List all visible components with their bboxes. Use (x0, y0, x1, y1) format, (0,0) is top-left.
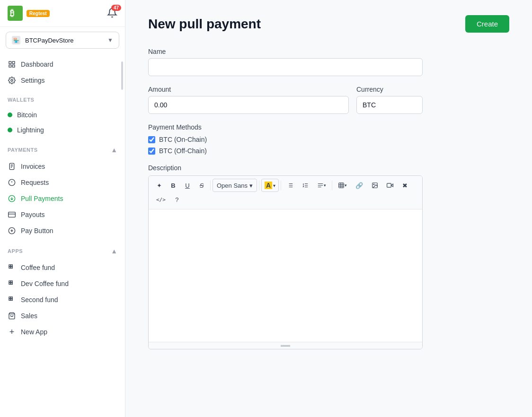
svg-rect-32 (11, 299, 12, 300)
help-btn[interactable]: ? (170, 193, 184, 206)
main-nav: Dashboard Settings (0, 53, 125, 91)
sidebar-item-pay-button[interactable]: Pay Button (0, 223, 125, 239)
currency-input[interactable] (356, 96, 423, 114)
toolbar-separator-4 (332, 181, 332, 190)
svg-rect-54 (387, 183, 391, 187)
svg-rect-25 (9, 281, 10, 282)
sales-label: Sales (21, 312, 37, 320)
list-unordered-btn[interactable] (283, 179, 297, 192)
btc-offchain-option[interactable]: BTC (Off-Chain) (148, 147, 509, 155)
sidebar-item-settings[interactable]: Settings (0, 72, 125, 88)
svg-point-52 (373, 184, 374, 185)
link-btn[interactable]: 🔗 (352, 179, 367, 192)
sidebar-item-new-app[interactable]: + New App (0, 324, 125, 340)
create-button[interactable]: Create (465, 15, 509, 33)
sidebar-item-invoices[interactable]: Invoices (0, 158, 125, 174)
plus-icon: + (8, 328, 16, 336)
bold-toolbar-btn[interactable]: B (167, 179, 180, 192)
notifications-button[interactable]: 47 (107, 8, 117, 19)
sidebar-item-dashboard[interactable]: Dashboard (0, 56, 125, 72)
text-color-btn[interactable]: A ▾ (261, 179, 279, 192)
sidebar-item-payouts[interactable]: Payouts (0, 207, 125, 223)
sidebar-item-lightning[interactable]: Lightning (0, 122, 125, 138)
regtest-badge: Regtest (27, 10, 50, 17)
sidebar-item-requests[interactable]: Requests (0, 174, 125, 191)
magic-toolbar-btn[interactable]: ✦ (152, 179, 166, 192)
name-label: Name (148, 48, 509, 55)
sidebar-item-coffee-fund[interactable]: Coffee fund (0, 260, 125, 276)
strikethrough-toolbar-btn[interactable]: S (195, 179, 208, 192)
payment-methods-label: Payment Methods (148, 123, 509, 131)
name-input[interactable] (148, 58, 423, 76)
svg-rect-28 (11, 283, 12, 284)
apps-toggle[interactable]: ▲ (111, 247, 117, 255)
pull-payments-icon (8, 194, 16, 203)
sales-icon (8, 312, 16, 320)
grid-icon (8, 60, 16, 69)
payouts-label: Payouts (21, 211, 45, 218)
image-btn[interactable] (368, 179, 382, 192)
invoices-label: Invoices (21, 163, 45, 170)
payment-methods-group: Payment Methods BTC (On-Chain) BTC (Off-… (148, 123, 509, 155)
bitcoin-label: Bitcoin (17, 111, 37, 119)
toolbar-separator-1 (210, 181, 211, 190)
currency-label: Currency (356, 86, 423, 93)
underline-toolbar-btn[interactable]: U (181, 179, 194, 192)
editor-toolbar: ✦ B U S Open Sans ▾ A ▾ (149, 176, 422, 209)
code-btn[interactable]: </> (152, 193, 169, 206)
svg-rect-21 (9, 265, 10, 266)
invoices-icon (8, 162, 16, 171)
payments-section-header: PAYMENTS ▲ (0, 140, 125, 156)
color-dropdown-arrow: ▾ (273, 183, 275, 188)
font-family-label: Open Sans (217, 182, 248, 189)
requests-label: Requests (21, 179, 49, 186)
second-fund-icon (8, 295, 16, 304)
svg-rect-29 (9, 297, 10, 298)
btc-onchain-option[interactable]: BTC (On-Chain) (148, 136, 509, 143)
btc-onchain-checkbox[interactable] (148, 136, 155, 143)
sidebar-item-pull-payments[interactable]: Pull Payments (0, 191, 125, 207)
toolbar-separator-3 (281, 181, 281, 190)
logo-area: ₿ Regtest (8, 6, 50, 21)
chevron-down-icon: ▼ (107, 37, 113, 43)
sidebar-item-bitcoin[interactable]: Bitcoin (0, 107, 125, 122)
store-icon: 🏪 (12, 36, 20, 44)
pay-button-label: Pay Button (21, 227, 53, 235)
font-family-dropdown[interactable]: Open Sans ▾ (213, 179, 257, 192)
payouts-icon (8, 210, 16, 219)
requests-icon (8, 178, 16, 187)
wallets-section-title: WALLETS (8, 97, 34, 103)
store-selector[interactable]: 🏪 BTCPayDevStore ▼ (6, 32, 119, 49)
svg-rect-22 (11, 265, 12, 266)
sidebar-header: ₿ Regtest 47 (0, 0, 125, 27)
sidebar-item-second-fund[interactable]: Second fund (0, 292, 125, 308)
svg-rect-16 (9, 212, 16, 217)
svg-rect-27 (9, 283, 10, 284)
svg-rect-24 (11, 267, 12, 268)
special-chars-btn[interactable]: ✖ (398, 179, 411, 192)
pay-button-icon (8, 226, 16, 235)
description-label: Description (148, 164, 509, 172)
media-btn[interactable] (383, 179, 397, 192)
description-editor-body[interactable] (149, 209, 422, 342)
payments-toggle[interactable]: ▲ (111, 146, 117, 154)
amount-input[interactable] (148, 96, 349, 114)
second-fund-label: Second fund (21, 296, 58, 304)
lightning-label: Lightning (17, 126, 44, 134)
description-group: Description ✦ B U S Open Sans ▾ A (148, 164, 509, 349)
btc-offchain-checkbox[interactable] (148, 148, 155, 155)
sidebar-item-dev-coffee-fund[interactable]: Dev Coffee fund (0, 276, 125, 292)
sidebar-item-sales[interactable]: Sales (0, 308, 125, 324)
resize-indicator (281, 344, 290, 347)
page-title: New pull payment (148, 17, 261, 32)
align-btn[interactable]: ▾ (313, 179, 330, 192)
store-name: BTCPayDevStore (25, 37, 103, 44)
editor-resize-handle[interactable] (149, 342, 422, 349)
apps-section-title: APPS (8, 248, 23, 254)
settings-label: Settings (21, 77, 45, 84)
btcpay-logo: ₿ (8, 6, 23, 21)
name-field-group: Name (148, 48, 509, 76)
svg-text:₿: ₿ (10, 9, 14, 18)
list-ordered-btn[interactable] (298, 179, 312, 192)
table-btn[interactable]: ▾ (334, 179, 351, 192)
